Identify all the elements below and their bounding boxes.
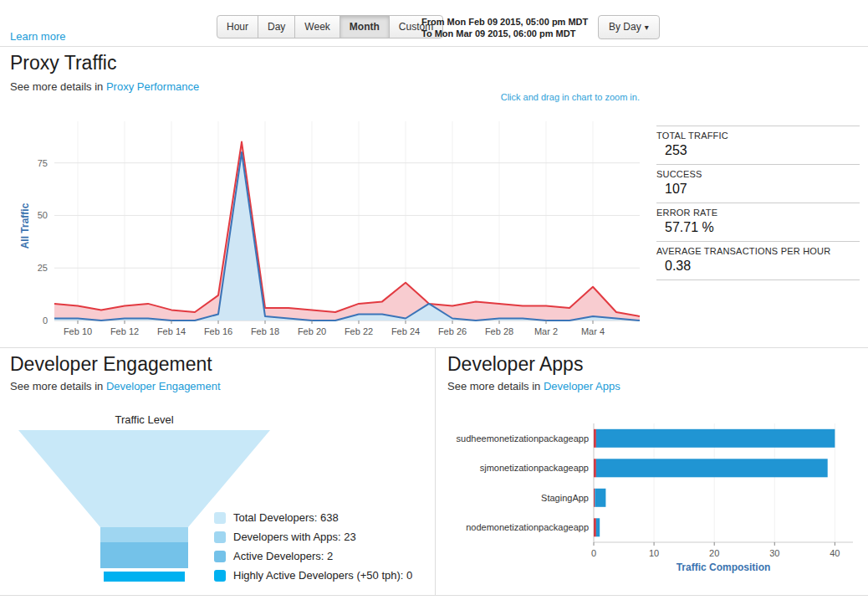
stat-success: SUCCESS 107 <box>656 165 860 203</box>
developer-apps-title: Developer Apps <box>447 353 583 376</box>
section-divider <box>0 347 868 348</box>
svg-text:50: 50 <box>38 210 48 220</box>
funnel-legend-item: Total Developers: 638 <box>214 508 412 527</box>
stat-total-traffic: TOTAL TRAFFIC 253 <box>656 126 860 165</box>
svg-text:Feb 26: Feb 26 <box>438 326 467 336</box>
legend-swatch-icon <box>214 531 226 543</box>
developer-engagement-subtitle: See more details in Developer Engagement <box>10 380 221 392</box>
stat-label: TOTAL TRAFFIC <box>656 131 860 141</box>
proxy-stats-panel: TOTAL TRAFFIC 253 SUCCESS 107 ERROR RATE… <box>656 126 860 280</box>
svg-text:StagingApp: StagingApp <box>541 493 589 503</box>
svg-text:Mar 4: Mar 4 <box>581 326 605 336</box>
svg-text:0: 0 <box>591 548 596 558</box>
stat-value: 253 <box>656 141 860 159</box>
svg-text:sudheemonetizationpackageapp: sudheemonetizationpackageapp <box>457 433 589 444</box>
svg-text:All Traffic: All Traffic <box>19 203 31 249</box>
developer-apps-link[interactable]: Developer Apps <box>544 380 620 392</box>
svg-text:Feb 12: Feb 12 <box>110 326 139 336</box>
svg-text:Feb 14: Feb 14 <box>157 326 186 336</box>
stat-label: SUCCESS <box>656 169 860 179</box>
svg-text:sjmonetizationpackageapp: sjmonetizationpackageapp <box>480 463 589 473</box>
learn-more-link[interactable]: Learn more <box>10 30 65 43</box>
developer-apps-chart: sudheemonetizationpackageappsjmonetizati… <box>447 417 865 577</box>
svg-text:40: 40 <box>830 548 840 558</box>
funnel-legend-item: Highly Active Developers (+50 tph): 0 <box>214 566 412 585</box>
svg-text:20: 20 <box>709 548 719 558</box>
developer-engagement-link[interactable]: Developer Engagement <box>106 380 221 392</box>
range-day-button[interactable]: Day <box>258 15 295 38</box>
svg-text:Feb 28: Feb 28 <box>485 326 513 336</box>
subtitle-text: See more details in <box>447 380 544 392</box>
proxy-traffic-title: Proxy Traffic <box>10 52 116 74</box>
legend-swatch-icon <box>214 512 226 524</box>
svg-text:Feb 20: Feb 20 <box>298 326 326 336</box>
funnel-chart-title: Traffic Level <box>17 413 272 426</box>
funnel-legend: Total Developers: 638Developers with App… <box>214 508 412 585</box>
developer-apps-subtitle: See more details in Developer Apps <box>447 380 620 392</box>
svg-text:25: 25 <box>38 263 48 273</box>
legend-swatch-icon <box>214 551 226 562</box>
stat-error-rate: ERROR RATE 57.71 % <box>656 203 860 242</box>
svg-text:Feb 10: Feb 10 <box>64 326 92 336</box>
range-hour-button[interactable]: Hour <box>217 15 258 38</box>
subtitle-text: See more details in <box>10 380 106 392</box>
legend-label: Highly Active Developers (+50 tph): 0 <box>233 569 412 582</box>
interval-label: By Day <box>609 21 641 33</box>
subtitle-text: See more details in <box>10 80 106 93</box>
proxy-traffic-chart[interactable]: 0255075Feb 10Feb 12Feb 14Feb 16Feb 18Feb… <box>17 109 648 341</box>
range-month-button[interactable]: Month <box>340 15 390 38</box>
date-from: From Mon Feb 09 2015, 05:00 pm MDT <box>421 16 588 28</box>
svg-text:Feb 16: Feb 16 <box>204 326 232 336</box>
bottom-divider <box>0 595 868 596</box>
stat-value: 107 <box>656 179 860 197</box>
svg-text:Feb 18: Feb 18 <box>251 326 279 336</box>
developer-engagement-title: Developer Engagement <box>10 353 212 376</box>
range-week-button[interactable]: Week <box>294 15 340 38</box>
svg-text:nodemonetizationpackageapp: nodemonetizationpackageapp <box>466 522 589 532</box>
stat-avg-tph: AVERAGE TRANSACTIONS PER HOUR 0.38 <box>656 242 860 280</box>
proxy-traffic-subtitle: See more details in Proxy Performance <box>10 80 199 93</box>
svg-text:30: 30 <box>769 548 779 558</box>
column-divider <box>435 348 436 595</box>
svg-text:0: 0 <box>43 315 48 326</box>
svg-text:75: 75 <box>38 158 48 168</box>
svg-text:Feb 22: Feb 22 <box>345 326 373 336</box>
legend-swatch-icon <box>214 570 226 582</box>
header-divider <box>0 46 868 47</box>
svg-text:Feb 24: Feb 24 <box>391 326 420 336</box>
stat-value: 0.38 <box>656 256 860 274</box>
legend-label: Active Developers: 2 <box>233 550 333 562</box>
proxy-performance-link[interactable]: Proxy Performance <box>106 80 199 93</box>
legend-label: Total Developers: 638 <box>233 511 339 524</box>
svg-text:Mar 2: Mar 2 <box>534 326 558 336</box>
interval-dropdown-button[interactable]: By Day▾ <box>598 15 660 39</box>
stat-label: AVERAGE TRANSACTIONS PER HOUR <box>656 246 860 256</box>
caret-down-icon: ▾ <box>645 23 649 32</box>
funnel-legend-item: Active Developers: 2 <box>214 546 412 566</box>
svg-text:Traffic Composition: Traffic Composition <box>677 562 771 573</box>
zoom-hint-text: Click and drag in chart to zoom in. <box>431 92 640 102</box>
legend-label: Developers with Apps: 23 <box>233 531 356 543</box>
time-range-button-group: Hour Day Week Month Custom <box>217 15 443 38</box>
svg-text:10: 10 <box>649 548 659 558</box>
stat-label: ERROR RATE <box>656 208 860 218</box>
stat-value: 57.71 % <box>656 218 860 236</box>
funnel-legend-item: Developers with Apps: 23 <box>214 527 412 546</box>
date-range-text: From Mon Feb 09 2015, 05:00 pm MDT To Mo… <box>421 16 588 39</box>
date-to: To Mon Mar 09 2015, 06:00 pm MDT <box>421 28 588 39</box>
